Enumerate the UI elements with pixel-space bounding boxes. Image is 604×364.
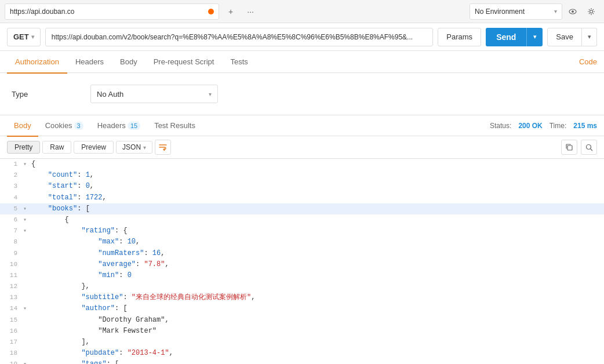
resp-tab-cookies[interactable]: Cookies 3	[38, 116, 90, 137]
toolbar-actions	[561, 140, 597, 155]
save-arrow-button[interactable]: ▾	[582, 28, 597, 46]
request-tabs: Authorization Headers Body Pre-request S…	[0, 51, 604, 73]
environment-label: No Environment	[475, 8, 551, 16]
resp-tab-headers[interactable]: Headers 15	[90, 116, 147, 137]
code-line-content: "books": [	[31, 203, 604, 214]
fold-arrow-icon[interactable]: ▾	[23, 359, 31, 364]
method-label: GET	[13, 32, 29, 41]
resp-tab-body[interactable]: Body	[7, 116, 38, 137]
code-line-content: "subtitle": "来自全球的经典自动化测试案例解析",	[31, 292, 604, 303]
line-number: 17	[0, 337, 23, 348]
svg-rect-3	[567, 145, 572, 150]
code-line-content: "min": 0	[31, 270, 604, 281]
new-tab-button[interactable]: +	[223, 3, 239, 20]
code-link[interactable]: Code	[579, 57, 597, 66]
tab-tests[interactable]: Tests	[222, 52, 256, 74]
chevron-down-icon: ▾	[554, 8, 557, 14]
save-button-group: Save ▾	[547, 28, 597, 46]
send-button[interactable]: Send	[486, 28, 526, 46]
format-arrow-icon: ▾	[143, 144, 146, 151]
auth-section: Type No Auth ▾	[0, 73, 604, 115]
code-line-content: {	[31, 159, 604, 170]
send-arrow-button[interactable]: ▾	[526, 28, 543, 46]
tab-authorization[interactable]: Authorization	[7, 52, 67, 74]
line-number: 12	[0, 281, 23, 292]
eye-icon-button[interactable]	[565, 3, 581, 20]
code-line-content: "author": [	[31, 303, 604, 314]
line-number: 5	[0, 203, 23, 214]
line-number: 4	[0, 192, 23, 203]
response-tabs-left: Body Cookies 3 Headers 15 Test Results	[7, 115, 202, 136]
code-line-content: "numRaters": 16,	[31, 248, 604, 259]
fold-arrow-icon	[23, 281, 31, 282]
svg-point-4	[586, 144, 591, 149]
table-row: 11 "min": 0	[0, 270, 604, 281]
url-input[interactable]	[45, 28, 434, 46]
send-button-group: Send ▾	[486, 28, 543, 46]
code-line-content: "total": 1722,	[31, 192, 604, 203]
line-number: 14	[0, 303, 23, 314]
headers-badge: 15	[128, 122, 140, 130]
response-tabs-row: Body Cookies 3 Headers 15 Test Results S…	[0, 115, 604, 136]
time-label: Time:	[550, 122, 567, 130]
table-row: 4 "total": 1722,	[0, 192, 604, 203]
line-number: 13	[0, 292, 23, 303]
tab-body[interactable]: Body	[112, 52, 145, 74]
table-row: 14▾ "author": [	[0, 303, 604, 314]
fold-arrow-icon	[23, 181, 31, 182]
svg-line-5	[590, 148, 592, 151]
method-arrow-icon: ▾	[31, 34, 34, 40]
environment-selector[interactable]: No Environment ▾	[470, 3, 562, 20]
format-label: JSON	[122, 143, 141, 151]
code-area[interactable]: 1▾{2 "count": 1,3 "start": 0,4 "total": …	[0, 159, 604, 364]
code-line-content: "pubdate": "2013-4-1",	[31, 348, 604, 359]
line-number: 18	[0, 348, 23, 359]
top-bar: https://api.douban.co + ··· No Environme…	[0, 0, 604, 23]
fold-arrow-icon	[23, 315, 31, 316]
line-number: 2	[0, 170, 23, 181]
save-button[interactable]: Save	[547, 28, 582, 46]
fold-arrow-icon[interactable]: ▾	[23, 214, 31, 225]
line-number: 1	[0, 159, 23, 170]
table-row: 5▾ "books": [	[0, 203, 604, 214]
tab-url-bar: https://api.douban.co	[5, 3, 219, 20]
fold-arrow-icon[interactable]: ▾	[23, 303, 31, 314]
line-number: 10	[0, 259, 23, 270]
line-number: 15	[0, 315, 23, 326]
method-dropdown[interactable]: GET ▾	[7, 28, 41, 46]
response-status: Status: 200 OK Time: 215 ms	[490, 122, 597, 130]
tab-prerequest[interactable]: Pre-request Script	[145, 52, 223, 74]
table-row: 9 "numRaters": 16,	[0, 248, 604, 259]
more-options-button[interactable]: ···	[242, 3, 259, 20]
table-row: 17 ],	[0, 337, 604, 348]
auth-dropdown-arrow-icon: ▾	[209, 91, 212, 97]
orange-dot-icon	[208, 9, 214, 14]
format-dropdown[interactable]: JSON ▾	[116, 141, 152, 154]
table-row: 10 "average": "7.8",	[0, 259, 604, 270]
fold-arrow-icon	[23, 326, 31, 327]
status-label: Status:	[490, 122, 511, 130]
table-row: 13 "subtitle": "来自全球的经典自动化测试案例解析",	[0, 292, 604, 303]
copy-button[interactable]	[561, 140, 577, 155]
tabs-left: Authorization Headers Body Pre-request S…	[7, 51, 256, 73]
params-button[interactable]: Params	[438, 28, 481, 46]
auth-type-dropdown[interactable]: No Auth ▾	[90, 85, 218, 103]
fold-arrow-icon[interactable]: ▾	[23, 225, 31, 236]
settings-button[interactable]	[583, 3, 599, 20]
fold-arrow-icon	[23, 348, 31, 349]
resp-tab-testresults[interactable]: Test Results	[147, 116, 202, 137]
search-button[interactable]	[581, 140, 597, 155]
pretty-button[interactable]: Pretty	[7, 141, 40, 154]
status-value: 200 OK	[518, 122, 542, 130]
fold-arrow-icon[interactable]: ▾	[23, 203, 31, 214]
preview-button[interactable]: Preview	[74, 141, 114, 154]
request-bar: GET ▾ Params Send ▾ Save ▾	[0, 23, 604, 51]
fold-arrow-icon[interactable]: ▾	[23, 159, 31, 169]
table-row: 16 "Mark Fewster"	[0, 326, 604, 337]
raw-button[interactable]: Raw	[42, 141, 71, 154]
wrap-button[interactable]	[155, 140, 171, 155]
code-line-content: "count": 1,	[31, 170, 604, 181]
line-number: 11	[0, 270, 23, 281]
line-number: 6	[0, 214, 23, 225]
tab-headers[interactable]: Headers	[67, 52, 112, 74]
